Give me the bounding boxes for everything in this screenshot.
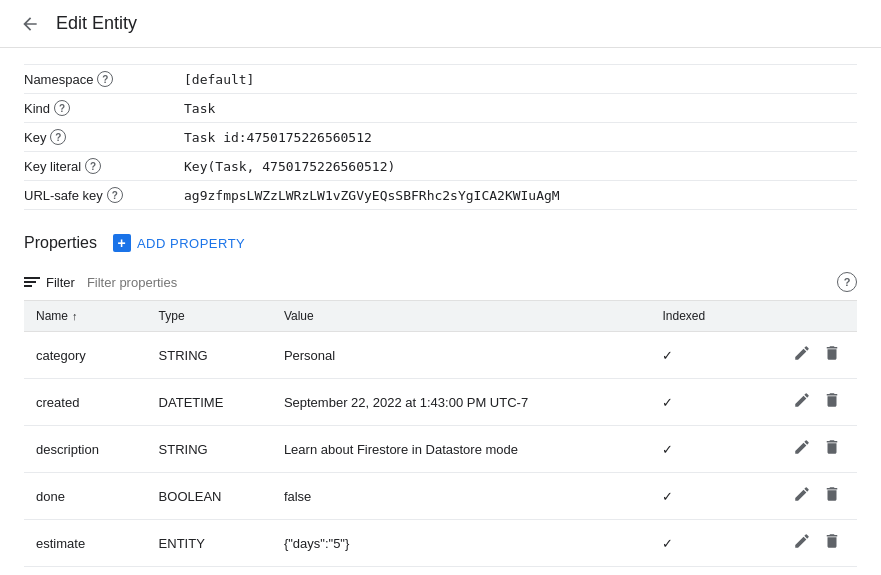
value-key-literal: Key(Task, 4750175226560512) bbox=[184, 159, 395, 174]
key-help-icon[interactable]: ? bbox=[50, 129, 66, 145]
properties-header: Properties + ADD PROPERTY bbox=[24, 234, 857, 252]
value-namespace: [default] bbox=[184, 72, 254, 87]
filter-input[interactable] bbox=[87, 275, 837, 290]
filter-icon-area: Filter bbox=[24, 275, 75, 290]
cell-actions bbox=[745, 332, 857, 379]
page-header: Edit Entity bbox=[0, 0, 881, 48]
url-safe-key-help-icon[interactable]: ? bbox=[107, 187, 123, 203]
cell-name: created bbox=[24, 379, 147, 426]
value-key: Task id:4750175226560512 bbox=[184, 130, 372, 145]
key-literal-help-icon[interactable]: ? bbox=[85, 158, 101, 174]
edit-row-button[interactable] bbox=[789, 530, 815, 556]
cell-indexed: ✓ bbox=[650, 520, 744, 567]
delete-row-button[interactable] bbox=[819, 530, 845, 556]
cell-actions bbox=[745, 473, 857, 520]
cell-actions bbox=[745, 379, 857, 426]
namespace-help-icon[interactable]: ? bbox=[97, 71, 113, 87]
cell-name: category bbox=[24, 332, 147, 379]
cell-name: description bbox=[24, 426, 147, 473]
properties-table: Name ↑ Type Value Indexed category STRIN… bbox=[24, 301, 857, 567]
label-key-literal: Key literal ? bbox=[24, 158, 184, 174]
cell-value: Learn about Firestore in Datastore mode bbox=[272, 426, 651, 473]
filter-bar: Filter ? bbox=[24, 264, 857, 301]
info-row-url-safe-key: URL-safe key ? ag9zfmpsLWZzLWRzLW1vZGVyE… bbox=[24, 181, 857, 210]
edit-row-button[interactable] bbox=[789, 483, 815, 509]
delete-row-button[interactable] bbox=[819, 436, 845, 462]
cell-type: BOOLEAN bbox=[147, 473, 272, 520]
edit-row-button[interactable] bbox=[789, 342, 815, 368]
delete-row-button[interactable] bbox=[819, 342, 845, 368]
cell-actions bbox=[745, 520, 857, 567]
label-url-safe-key: URL-safe key ? bbox=[24, 187, 184, 203]
delete-row-button[interactable] bbox=[819, 389, 845, 415]
cell-value: {"days":"5"} bbox=[272, 520, 651, 567]
cell-actions bbox=[745, 426, 857, 473]
edit-row-button[interactable] bbox=[789, 389, 815, 415]
cell-name: estimate bbox=[24, 520, 147, 567]
info-row-namespace: Namespace ? [default] bbox=[24, 64, 857, 94]
cell-type: ENTITY bbox=[147, 520, 272, 567]
col-header-indexed: Indexed bbox=[650, 301, 744, 332]
table-row: done BOOLEAN false ✓ bbox=[24, 473, 857, 520]
cell-value: false bbox=[272, 473, 651, 520]
table-row: estimate ENTITY {"days":"5"} ✓ bbox=[24, 520, 857, 567]
cell-indexed: ✓ bbox=[650, 473, 744, 520]
cell-type: DATETIME bbox=[147, 379, 272, 426]
cell-indexed: ✓ bbox=[650, 426, 744, 473]
col-header-name: Name ↑ bbox=[24, 301, 147, 332]
add-property-button[interactable]: + ADD PROPERTY bbox=[113, 234, 245, 252]
cell-type: STRING bbox=[147, 332, 272, 379]
cell-indexed: ✓ bbox=[650, 332, 744, 379]
cell-value: September 22, 2022 at 1:43:00 PM UTC-7 bbox=[272, 379, 651, 426]
table-row: category STRING Personal ✓ bbox=[24, 332, 857, 379]
col-header-value: Value bbox=[272, 301, 651, 332]
main-content: Namespace ? [default] Kind ? Task Key ? … bbox=[0, 48, 881, 575]
cell-name: done bbox=[24, 473, 147, 520]
label-key: Key ? bbox=[24, 129, 184, 145]
sort-arrow-icon: ↑ bbox=[72, 310, 78, 322]
info-row-key: Key ? Task id:4750175226560512 bbox=[24, 123, 857, 152]
col-header-type: Type bbox=[147, 301, 272, 332]
label-kind: Kind ? bbox=[24, 100, 184, 116]
value-url-safe-key: ag9zfmpsLWZzLWRzLW1vZGVyEQsSBFRhc2sYgICA… bbox=[184, 188, 560, 203]
col-header-actions bbox=[745, 301, 857, 332]
table-row: description STRING Learn about Firestore… bbox=[24, 426, 857, 473]
add-property-icon: + bbox=[113, 234, 131, 252]
cell-indexed: ✓ bbox=[650, 379, 744, 426]
table-row: created DATETIME September 22, 2022 at 1… bbox=[24, 379, 857, 426]
cell-value: Personal bbox=[272, 332, 651, 379]
edit-row-button[interactable] bbox=[789, 436, 815, 462]
label-namespace: Namespace ? bbox=[24, 71, 184, 87]
page-title: Edit Entity bbox=[56, 13, 137, 34]
properties-title: Properties bbox=[24, 234, 97, 252]
info-row-kind: Kind ? Task bbox=[24, 94, 857, 123]
filter-lines-icon bbox=[24, 277, 40, 287]
delete-row-button[interactable] bbox=[819, 483, 845, 509]
filter-help-icon[interactable]: ? bbox=[837, 272, 857, 292]
info-row-key-literal: Key literal ? Key(Task, 4750175226560512… bbox=[24, 152, 857, 181]
filter-label: Filter bbox=[46, 275, 75, 290]
entity-info-section: Namespace ? [default] Kind ? Task Key ? … bbox=[24, 64, 857, 210]
table-header-row: Name ↑ Type Value Indexed bbox=[24, 301, 857, 332]
back-button[interactable] bbox=[16, 10, 44, 38]
kind-help-icon[interactable]: ? bbox=[54, 100, 70, 116]
cell-type: STRING bbox=[147, 426, 272, 473]
value-kind: Task bbox=[184, 101, 215, 116]
